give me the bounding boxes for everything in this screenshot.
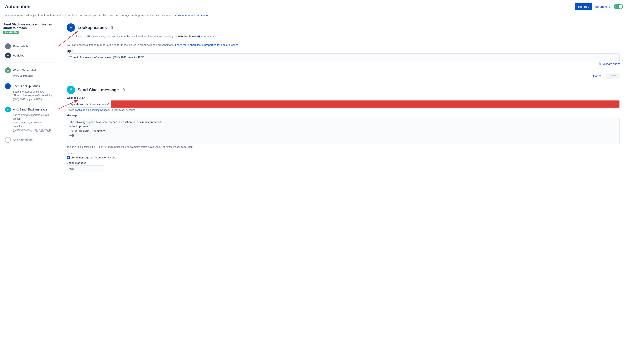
rule-details-icon: ℹ — [5, 43, 11, 49]
toggle-check-icon: ✓ — [615, 5, 617, 8]
lookup-card-icon: + — [67, 23, 75, 32]
then-lookup-label: Then: Lookup issues — [13, 84, 40, 88]
message-textarea[interactable]: The following support tickets will breac… — [67, 118, 620, 144]
message-required: * — [77, 114, 78, 117]
webhook-prefix: https://hooks.slack.com/services/ — [67, 101, 111, 108]
toggle-thumb — [619, 5, 622, 8]
when-scheduled-label: When: Scheduled — [13, 69, 36, 72]
send-as-automation-checkbox[interactable] — [67, 156, 70, 159]
sidebar-step-and-send-slack[interactable]: # And: Send Slack message The following … — [3, 104, 55, 134]
top-bar: Automation Run rule Return to list ✓ — [0, 0, 628, 12]
send-slack-card: # Send Slack message 🗑 Webhook URL* http… — [67, 86, 620, 172]
sender-section: Sender Send message as Automation for Ji… — [67, 152, 620, 159]
return-to-list-link[interactable]: Return to list — [595, 5, 611, 8]
add-component-button[interactable]: + Add component — [3, 135, 55, 145]
validate-row: 🔍 Validate query — [67, 62, 620, 66]
webhook-secret-field[interactable] — [111, 100, 620, 108]
sidebar: Send Slack message with issues about to … — [0, 19, 58, 358]
sidebar-divider-2 — [3, 63, 55, 63]
sidebar-item-audit-log[interactable]: ≡ Audit log — [3, 51, 55, 60]
sidebar-item-rule-details[interactable]: ℹ Rule details — [3, 42, 55, 51]
info-icon: ℹ — [7, 45, 8, 48]
send-as-automation-row: Send message as Automation for Jira — [67, 156, 620, 159]
lookup-issues-card: + Lookup issues 🗑 Search for up to 20 is… — [67, 23, 620, 79]
search-icon: 🔍 — [598, 62, 602, 66]
clock-icon: ⏰ — [6, 69, 9, 72]
channel-label: Channel or user — [67, 161, 620, 164]
add-component-label: Add component — [13, 138, 33, 142]
main-content: + Lookup issues 🗑 Search for up to 20 is… — [58, 19, 628, 358]
learn-more-link[interactable]: Learn more about automation — [174, 13, 209, 17]
lookup-learn-more-link[interactable]: Learn more about issue properties for Lo… — [175, 43, 239, 47]
lookup-card-actions: Cancel Save — [67, 73, 620, 79]
slack-delete-icon[interactable]: 🗑 — [122, 88, 126, 92]
lookup-delete-icon[interactable]: 🗑 — [110, 26, 113, 29]
audit-log-label: Audit log — [13, 54, 24, 57]
webhook-required: * — [84, 96, 85, 99]
and-send-slack-body: The following support tickets will breac… — [5, 113, 53, 132]
enabled-badge: ENABLED — [3, 31, 18, 34]
lookup-plus-icon: + — [70, 25, 72, 30]
slack-step-icon: # — [5, 107, 11, 112]
lookup-save-button[interactable]: Save — [606, 73, 620, 79]
sidebar-divider-1 — [3, 39, 55, 39]
send-as-automation-label: Send message as Automation for Jira — [71, 156, 116, 159]
validate-query-link[interactable]: 🔍 Validate query — [598, 62, 620, 66]
add-component-icon: + — [5, 137, 11, 143]
message-hint: To add a link, enclose the URL in <> ang… — [67, 146, 620, 148]
slack-card-title: Send Slack message — [78, 87, 119, 92]
subtitle-text: Automation rules allow you to automate r… — [5, 13, 173, 17]
jql-input[interactable] — [67, 53, 620, 61]
webhook-helper: Please configure an incoming webhook in … — [67, 109, 620, 112]
subtitle-bar: Automation rules allow you to automate r… — [0, 12, 628, 19]
channel-input[interactable] — [67, 165, 104, 172]
audit-log-icon: ≡ — [5, 53, 11, 58]
message-label: Message* — [67, 114, 620, 117]
and-send-slack-label: And: Send Slack message — [13, 108, 47, 111]
sidebar-step-when-scheduled[interactable]: ⏰ When: Scheduled every 30 Minutes — [3, 65, 55, 80]
plus-icon: + — [7, 85, 9, 88]
then-lookup-body: Search for issues using JQL "Time to fir… — [5, 90, 53, 101]
webhook-url-label: Webhook URL* — [67, 96, 620, 99]
lookup-step-icon: + — [5, 83, 11, 89]
webhook-row: https://hooks.slack.com/services/ — [67, 100, 620, 108]
rule-toggle[interactable]: ✓ — [614, 4, 623, 9]
lookup-cancel-button[interactable]: Cancel — [590, 73, 605, 79]
lookup-card-title: Lookup issues — [78, 25, 107, 30]
list-icon: ≡ — [7, 54, 9, 57]
top-bar-actions: Run rule Return to list ✓ — [575, 3, 623, 10]
sidebar-step-then-lookup[interactable]: + Then: Lookup issues Search for issues … — [3, 81, 55, 103]
main-layout: Send Slack message with issues about to … — [0, 19, 628, 358]
sender-label: Sender — [67, 152, 620, 155]
when-scheduled-body: every 30 Minutes — [5, 74, 53, 78]
jql-label: JQL* — [67, 50, 620, 53]
lookup-card-desc: Search for up to 20 issues using JQL and… — [67, 34, 620, 47]
lookup-card-separator — [67, 69, 620, 69]
hash-icon: # — [7, 108, 8, 111]
rule-details-label: Rule details — [13, 45, 28, 48]
scheduled-icon: ⏰ — [5, 67, 11, 73]
configure-webhook-link[interactable]: configure an incoming webhook — [75, 109, 110, 112]
slack-hash-icon: # — [70, 88, 72, 92]
page-title: Automation — [5, 4, 30, 9]
rule-title: Send Slack message with issues about to … — [3, 22, 55, 30]
run-rule-button[interactable]: Run rule — [575, 3, 592, 10]
jql-required: * — [72, 50, 73, 53]
slack-card-icon: # — [67, 86, 75, 94]
